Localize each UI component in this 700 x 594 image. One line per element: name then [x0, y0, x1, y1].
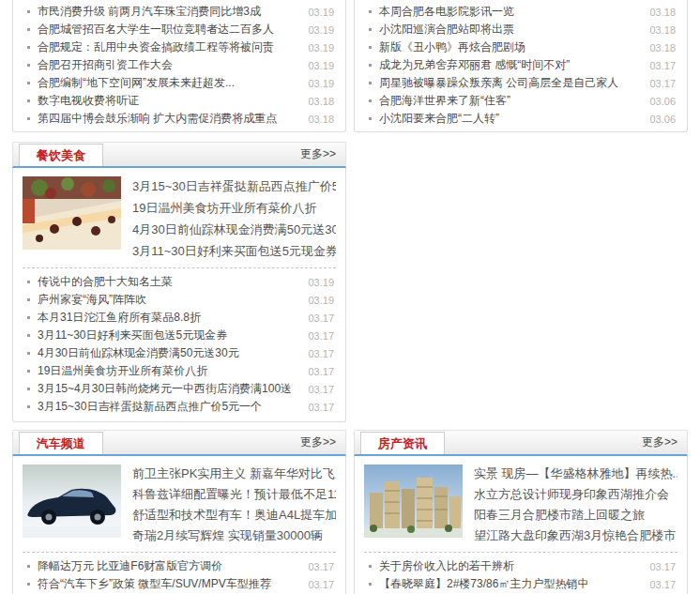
news-link[interactable]: 小沈阳要来合肥“二人转”: [379, 111, 642, 127]
featured-item: 舒适型和技术型有车！奥迪A4L提车加1万: [132, 504, 336, 525]
realty-featured: 实景 现房—【华盛格林雅地】再续热... 水立方总设计师现身印象西湖推介会 阳春…: [364, 465, 677, 545]
news-link[interactable]: 降幅达万元 比亚迪F6财富版官方调价: [38, 558, 300, 574]
food-photo[interactable]: [23, 176, 121, 250]
realty-more-link[interactable]: 更多>>: [642, 434, 687, 450]
news-link[interactable]: 合肥编制“地下空间网”发展未来赶超发...: [38, 75, 300, 91]
news-link[interactable]: 19日温州美食坊开业所有菜价八折: [38, 363, 300, 379]
list-item: 4月30日前仙踪林现金消费满50元送30元03.17: [24, 344, 334, 362]
featured-link[interactable]: 水立方总设计师现身印象西湖推介会: [474, 487, 669, 501]
news-link[interactable]: 本周合肥各电影院影讯一览: [379, 4, 642, 20]
news-list: 市民消费升级 前两月汽车珠宝消费同比增3成03.19 合肥城管招百名大学生一职位…: [13, 3, 345, 128]
news-date: 03.17: [649, 579, 676, 590]
car-section-header: 汽车频道 更多>>: [12, 430, 346, 456]
realty-news-list: 关于房价收入比的若干辨析03.17 【春晓翠庭】2#楼73/86㎡主力户型热销中…: [364, 557, 677, 593]
news-date: 03.18: [649, 42, 676, 53]
news-link[interactable]: 市民消费升级 前两月汽车珠宝消费同比增3成: [38, 4, 300, 20]
list-item: 第四届中博会鼓乐渐响 扩大内需促消费将成重点03.18: [24, 110, 334, 128]
featured-link[interactable]: 前卫主张PK实用主义 新嘉年华对比飞度: [132, 466, 336, 480]
news-link[interactable]: 成龙为兄弟舍弃邓丽君 感慨“时间不对”: [379, 57, 642, 73]
tab-label: 餐饮美食: [37, 147, 85, 164]
list-item: 符合“汽车下乡”政策 微型车/SUV/MPV车型推荐03.17: [24, 575, 334, 593]
realty-section-header: 房产资讯 更多>>: [354, 430, 688, 456]
tab-car[interactable]: 汽车频道: [19, 432, 103, 454]
bullet-icon: [369, 583, 372, 586]
bullet-icon: [27, 117, 30, 120]
news-link[interactable]: 合肥海洋世界来了新“住客”: [379, 93, 642, 109]
food-section: 餐饮美食 更多>>: [12, 142, 346, 422]
car-more-link[interactable]: 更多>>: [300, 434, 345, 450]
featured-item: 奇瑞2月续写辉煌 实现销量30000辆: [132, 525, 336, 545]
news-link[interactable]: 传说中的合肥十大知名土菜: [38, 274, 300, 290]
bullet-icon: [27, 405, 30, 408]
tab-food[interactable]: 餐饮美食: [19, 144, 103, 166]
news-link[interactable]: 小沈阳巡演合肥站即将出票: [379, 22, 642, 38]
bullet-icon: [27, 46, 30, 49]
news-date: 03.18: [308, 114, 334, 125]
list-item: 市民消费升级 前两月汽车珠宝消费同比增3成03.19: [24, 3, 334, 21]
news-link[interactable]: 【春晓翠庭】2#楼73/86㎡主力户型热销中: [379, 576, 642, 592]
buildings-photo[interactable]: [364, 465, 463, 538]
top-left-news-box: 市民消费升级 前两月汽车珠宝消费同比增3成03.19 合肥城管招百名大学生一职位…: [12, 0, 346, 132]
tab-realty[interactable]: 房产资讯: [360, 432, 445, 454]
featured-link[interactable]: 4月30日前仙踪林现金消费满50元送30元: [132, 222, 336, 236]
bullet-icon: [369, 64, 372, 67]
list-item: 关于房价收入比的若干辨析03.17: [366, 557, 676, 575]
featured-link[interactable]: 19日温州美食坊开业所有菜价八折: [132, 201, 316, 215]
food-featured-list: 3月15~30日吉祥蛋挞新品西点推广价5... 19日温州美食坊开业所有菜价八折…: [132, 175, 336, 261]
food-more-link[interactable]: 更多>>: [300, 146, 345, 162]
dashed-divider: [364, 552, 677, 553]
news-link[interactable]: 3月15~30日吉祥蛋挞新品西点推广价5元一个: [38, 399, 300, 415]
car-photo[interactable]: [23, 465, 121, 538]
featured-link[interactable]: 奇瑞2月续写辉煌 实现销量30000辆: [132, 528, 323, 542]
featured-link[interactable]: 望江路大盘印象西湖3月惊艳合肥楼市: [474, 528, 676, 542]
featured-link[interactable]: 科鲁兹详细配置曝光！预计最低不足11万: [132, 487, 336, 501]
list-item: 合肥召开招商引资工作大会03.19: [24, 56, 334, 74]
news-link[interactable]: 4月30日前仙踪林现金消费满50元送30元: [38, 345, 300, 361]
news-date: 03.17: [308, 402, 334, 413]
tab-label: 房产资讯: [378, 435, 427, 452]
news-link[interactable]: 符合“汽车下乡”政策 微型车/SUV/MPV车型推荐: [38, 576, 300, 592]
car-news-list: 降幅达万元 比亚迪F6财富版官方调价03.17 符合“汽车下乡”政策 微型车/S…: [23, 557, 336, 593]
news-link[interactable]: 周星驰被曝暴躁众叛亲离 公司高层全是自己家人: [379, 75, 642, 91]
food-featured: 3月15~30日吉祥蛋挞新品西点推广价5... 19日温州美食坊开业所有菜价八折…: [23, 176, 336, 261]
featured-item: 3月11~30日好利来买面包送5元现金券: [132, 239, 336, 261]
bullet-icon: [27, 28, 30, 31]
bullet-icon: [27, 281, 30, 283]
news-link[interactable]: 关于房价收入比的若干辨析: [379, 558, 642, 574]
news-link[interactable]: 新版《丑小鸭》再炫合肥剧场: [379, 39, 642, 55]
news-link[interactable]: 3月11~30日好利来买面包送5元现金券: [38, 327, 300, 343]
featured-link[interactable]: 实景 现房—【华盛格林雅地】再续热...: [474, 466, 677, 480]
featured-link[interactable]: 舒适型和技术型有车！奥迪A4L提车加1万: [132, 508, 336, 522]
dashed-divider: [23, 267, 336, 268]
car-featured-list: 前卫主张PK实用主义 新嘉年华对比飞度 科鲁兹详细配置曝光！预计最低不足11万 …: [132, 463, 336, 545]
bullet-icon: [369, 117, 372, 120]
news-link[interactable]: 第四届中博会鼓乐渐响 扩大内需促消费将成重点: [38, 111, 300, 127]
list-item: 庐州家宴“海风”阵阵吹03.19: [24, 291, 334, 309]
news-date: 03.17: [308, 330, 334, 342]
bullet-icon: [369, 46, 372, 49]
car-section: 汽车频道 更多>>: [12, 430, 346, 594]
news-link[interactable]: 3月15~4月30日韩尚烧烤元一中西街店消费满100送: [38, 381, 300, 397]
featured-link[interactable]: 3月11~30日好利来买面包送5元现金券: [132, 244, 336, 258]
list-item: 小沈阳巡演合肥站即将出票03.18: [366, 21, 676, 38]
bullet-icon: [27, 370, 30, 373]
news-date: 03.19: [308, 24, 334, 36]
news-link[interactable]: 本月31日沱江鱼府所有菜品8.8折: [38, 310, 300, 326]
news-link[interactable]: 合肥城管招百名大学生一职位竞聘者达二百多人: [38, 22, 300, 38]
news-date: 03.19: [308, 60, 334, 71]
news-link[interactable]: 合肥规定：乱用中央资金搞政绩工程等将被问责: [38, 39, 300, 55]
news-link[interactable]: 庐州家宴“海风”阵阵吹: [38, 292, 300, 308]
bullet-icon: [369, 99, 372, 102]
featured-item: 望江路大盘印象西湖3月惊艳合肥楼市: [474, 525, 677, 545]
list-item: 19日温州美食坊开业所有菜价八折03.17: [24, 362, 334, 380]
list-item: 3月15~30日吉祥蛋挞新品西点推广价5元一个03.17: [24, 398, 334, 416]
dashed-divider: [23, 552, 336, 553]
realty-featured-list: 实景 现房—【华盛格林雅地】再续热... 水立方总设计师现身印象西湖推介会 阳春…: [474, 463, 677, 545]
news-link[interactable]: 数字电视收费将听证: [38, 93, 300, 109]
news-date: 03.18: [308, 96, 334, 107]
news-link[interactable]: 合肥召开招商引资工作大会: [38, 57, 300, 73]
featured-item: 水立方总设计师现身印象西湖推介会: [474, 483, 677, 504]
featured-link[interactable]: 阳春三月合肥楼市踏上回暖之旅: [474, 508, 645, 522]
news-date: 03.17: [649, 78, 676, 89]
featured-link[interactable]: 3月15~30日吉祥蛋挞新品西点推广价5...: [132, 179, 336, 193]
